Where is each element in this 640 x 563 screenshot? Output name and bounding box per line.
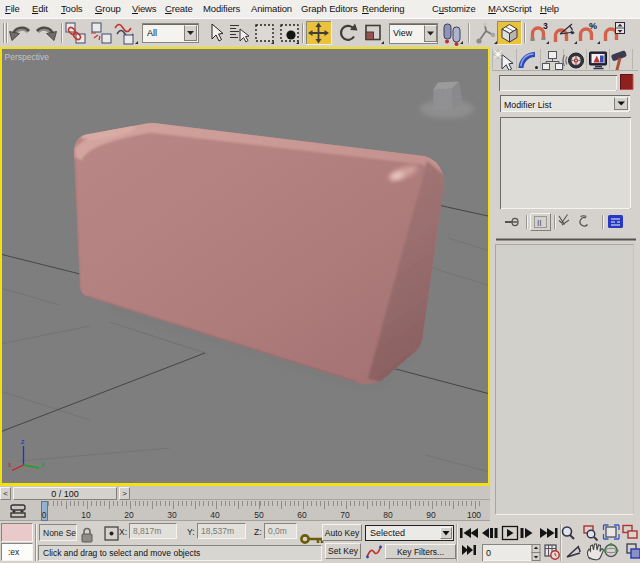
svg-text:0: 0 <box>486 548 491 558</box>
svg-text:View: View <box>393 28 413 38</box>
svg-text:%: % <box>589 21 597 31</box>
svg-text:All: All <box>147 28 157 38</box>
svg-text:II: II <box>537 218 542 228</box>
svg-text:3: 3 <box>543 21 548 31</box>
svg-text:x: x <box>8 461 12 468</box>
svg-text:Modifier List: Modifier List <box>504 100 552 110</box>
svg-text:y: y <box>41 460 45 468</box>
svg-text:z: z <box>21 438 25 445</box>
svg-text:Perspective: Perspective <box>5 52 50 62</box>
